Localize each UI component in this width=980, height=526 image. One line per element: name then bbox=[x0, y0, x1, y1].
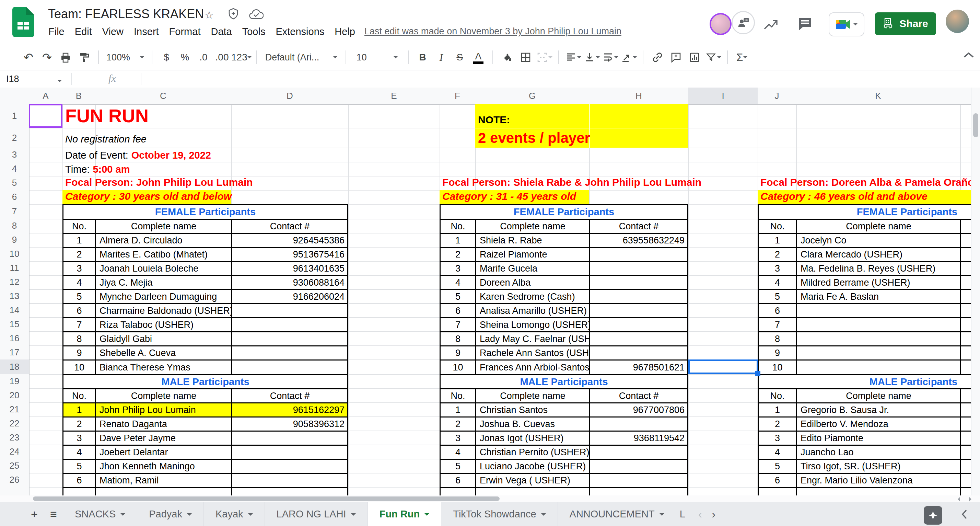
row-header-10[interactable]: 10 bbox=[0, 247, 30, 261]
row-header-21[interactable]: 21 bbox=[0, 402, 30, 417]
clipped-row-cell[interactable] bbox=[960, 487, 971, 496]
tab-menu-caret[interactable] bbox=[121, 513, 125, 518]
participant-name-cell[interactable]: Marites E. Catibo (Mhatet) bbox=[95, 247, 231, 261]
participant-name-cell[interactable]: Jhon Kenneth Maningo bbox=[95, 459, 231, 473]
participant-no-cell[interactable]: 2 bbox=[758, 247, 796, 261]
menu-edit[interactable]: Edit bbox=[70, 23, 97, 40]
menu-help[interactable]: Help bbox=[329, 23, 360, 40]
column-header-B[interactable]: B bbox=[62, 88, 96, 105]
participant-contact-cell[interactable] bbox=[231, 303, 348, 317]
functions-button[interactable]: Σ bbox=[733, 47, 751, 68]
tabs-scroll-right-icon[interactable]: › bbox=[712, 502, 716, 526]
participant-name-cell[interactable]: Mildred Berrame (USHER) bbox=[796, 275, 960, 289]
participant-no-cell[interactable]: 8 bbox=[439, 332, 475, 346]
participant-name-cell[interactable]: Edilberto V. Mendoza bbox=[796, 416, 960, 430]
participant-name-cell[interactable]: Ma. Fedelina B. Reyes (USHER) bbox=[796, 261, 960, 275]
participant-name-cell[interactable]: Joebert Delantar bbox=[95, 445, 231, 459]
participant-name-cell[interactable]: Shiela R. Rabe bbox=[475, 233, 589, 247]
table-header-cell[interactable]: Complete name bbox=[475, 219, 589, 233]
participant-name-cell[interactable]: Joshua B. Cuevas bbox=[475, 416, 589, 430]
participant-no-cell[interactable]: 4 bbox=[62, 275, 95, 289]
participant-contact-cell[interactable] bbox=[589, 332, 688, 346]
participant-contact-cell[interactable] bbox=[960, 261, 971, 275]
participant-contact-cell[interactable] bbox=[960, 233, 971, 247]
column-header-C[interactable]: C bbox=[95, 88, 232, 105]
participant-contact-cell[interactable] bbox=[589, 459, 688, 473]
column-header-A[interactable]: A bbox=[29, 88, 63, 105]
row-header-20[interactable]: 20 bbox=[0, 388, 30, 403]
participant-contact-cell[interactable]: 9678501621 bbox=[589, 359, 688, 374]
participant-name-cell[interactable]: Juancho Lao bbox=[796, 445, 960, 459]
participant-contact-cell[interactable] bbox=[960, 402, 971, 416]
participant-contact-cell[interactable] bbox=[231, 459, 348, 473]
horizontal-scrollbar-thumb[interactable] bbox=[33, 496, 500, 501]
participant-name-cell[interactable]: Doreen Alba bbox=[475, 275, 589, 289]
participant-contact-cell[interactable] bbox=[231, 317, 348, 332]
table-header-cell[interactable]: Contact # bbox=[231, 388, 348, 402]
participant-name-cell[interactable]: Rachele Ann Santos (USHER) bbox=[475, 346, 589, 359]
clipped-row-cell[interactable] bbox=[758, 487, 796, 496]
menu-file[interactable]: File bbox=[43, 23, 70, 40]
participant-no-cell[interactable]: 5 bbox=[439, 289, 475, 303]
all-sheets-button[interactable]: ≡ bbox=[44, 502, 63, 526]
merge-cells-button[interactable] bbox=[535, 47, 554, 68]
participant-no-cell[interactable]: 3 bbox=[62, 261, 95, 275]
borders-button[interactable] bbox=[516, 47, 535, 68]
participant-no-cell[interactable]: 6 bbox=[758, 473, 796, 487]
row-header-13[interactable]: 13 bbox=[0, 289, 30, 304]
participant-no-cell[interactable]: 1 bbox=[62, 402, 95, 416]
participant-contact-cell[interactable] bbox=[231, 430, 348, 445]
row-header-6[interactable]: 6 bbox=[0, 190, 30, 205]
scroll-left-arrow[interactable] bbox=[955, 497, 960, 502]
female-participants-title[interactable]: FEMALE Participants bbox=[439, 204, 688, 219]
row-header-1[interactable]: 1 bbox=[0, 104, 30, 128]
participant-no-cell[interactable]: 5 bbox=[439, 459, 475, 473]
row-header-22[interactable]: 22 bbox=[0, 416, 30, 431]
participant-name-cell[interactable]: John Philip Lou Lumain bbox=[95, 402, 231, 416]
participant-contact-cell[interactable] bbox=[231, 473, 348, 487]
row-header-14[interactable]: 14 bbox=[0, 303, 30, 318]
participant-name-cell[interactable]: Clara Mercado (USHER) bbox=[796, 247, 960, 261]
participant-contact-cell[interactable] bbox=[960, 317, 971, 332]
participant-contact-cell[interactable]: 639558632249 bbox=[589, 233, 688, 247]
table-header-cell[interactable]: Contact # bbox=[589, 219, 688, 233]
sheet-tab-fun-run[interactable]: Fun Run bbox=[368, 502, 442, 526]
text-wrap-button[interactable] bbox=[601, 47, 619, 68]
column-header-partial[interactable] bbox=[960, 88, 972, 105]
participant-name-cell[interactable]: Karen Sedrome (Cash) bbox=[475, 289, 589, 303]
participant-contact-cell[interactable] bbox=[960, 275, 971, 289]
participant-name-cell[interactable]: Erwin Vega ( USHER) bbox=[475, 473, 589, 487]
undo-button[interactable]: ↶ bbox=[19, 47, 38, 68]
participant-contact-cell[interactable]: 9615162297 bbox=[231, 402, 348, 416]
female-participants-title[interactable]: FEMALE Participants bbox=[62, 204, 348, 219]
vertical-scrollbar-thumb[interactable] bbox=[973, 113, 978, 137]
participant-no-cell[interactable]: 7 bbox=[758, 317, 796, 332]
vertical-align-button[interactable] bbox=[582, 47, 601, 68]
format-currency-button[interactable]: $ bbox=[157, 47, 176, 68]
participant-name-cell[interactable]: Jiya C. Mejia bbox=[95, 275, 231, 289]
fill-handle[interactable] bbox=[755, 371, 760, 376]
column-header-K[interactable]: K bbox=[796, 88, 961, 105]
participant-contact-cell[interactable]: 9368119542 bbox=[589, 430, 688, 445]
text-rotation-button[interactable] bbox=[619, 47, 638, 68]
participant-contact-cell[interactable] bbox=[589, 247, 688, 261]
comments-icon[interactable] bbox=[797, 16, 813, 33]
number-format-button[interactable]: 123 bbox=[231, 47, 251, 68]
clipped-row-cell[interactable] bbox=[95, 487, 231, 496]
clipped-row-cell[interactable] bbox=[475, 487, 589, 496]
male-participants-title[interactable]: MALE Participants bbox=[439, 374, 688, 388]
share-button[interactable]: Share bbox=[875, 12, 936, 35]
participant-name-cell[interactable]: Lady May C. Faelnar (USHER) bbox=[475, 332, 589, 346]
table-header-cell[interactable] bbox=[960, 388, 971, 402]
participant-contact-cell[interactable]: 9613401635 bbox=[231, 261, 348, 275]
column-header-E[interactable]: E bbox=[348, 88, 440, 105]
participant-contact-cell[interactable] bbox=[960, 346, 971, 359]
clipped-row-cell[interactable] bbox=[796, 487, 960, 496]
participant-name-cell[interactable]: Shebelle A. Cueva bbox=[95, 346, 231, 359]
participant-name-cell[interactable]: Edito Piamonte bbox=[796, 430, 960, 445]
add-sheet-button[interactable]: + bbox=[25, 502, 44, 526]
table-header-cell[interactable]: Complete name bbox=[95, 388, 231, 402]
participant-name-cell[interactable]: Almera D. Circulado bbox=[95, 233, 231, 247]
participant-no-cell[interactable]: 6 bbox=[439, 303, 475, 317]
row-header-17[interactable]: 17 bbox=[0, 346, 30, 360]
